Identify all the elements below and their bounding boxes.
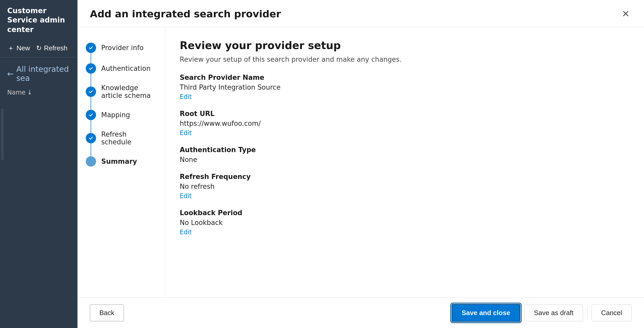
- modal-dialog: Add an integrated search provider ✕ Prov…: [77, 0, 644, 328]
- cancel-button[interactable]: Cancel: [592, 304, 632, 321]
- wizard-step-provider-info[interactable]: Provider info: [86, 37, 157, 58]
- save-close-button[interactable]: Save and close: [452, 304, 520, 322]
- refresh-button[interactable]: ↻ Refresh: [36, 44, 67, 52]
- field-label: Lookback Period: [180, 209, 630, 217]
- field-label: Search Provider Name: [180, 74, 630, 81]
- field-section-authentication-type: Authentication TypeNone: [180, 146, 630, 163]
- step-label: Provider info: [101, 44, 144, 52]
- name-column-header: Name ↓: [7, 89, 70, 96]
- field-edit-link[interactable]: Edit: [180, 229, 192, 236]
- field-edit-link[interactable]: Edit: [180, 129, 192, 137]
- new-label: New: [17, 44, 30, 52]
- field-section-refresh-frequency: Refresh FrequencyNo refreshEdit: [180, 173, 630, 200]
- step-circle: [86, 87, 96, 97]
- back-arrow-icon: ←: [7, 69, 14, 78]
- field-value: No refresh: [180, 183, 630, 190]
- wizard-step-authentication[interactable]: Authentication: [86, 58, 157, 79]
- field-label: Authentication Type: [180, 146, 630, 154]
- sidebar-content: ← All integrated sea Name ↓: [0, 57, 77, 103]
- step-circle: [86, 156, 96, 167]
- step-circle: [86, 43, 96, 53]
- field-section-search-provider-name: Search Provider NameThird Party Integrat…: [180, 74, 630, 100]
- back-label: All integrated sea: [16, 65, 70, 83]
- review-subtitle: Review your setup of this search provide…: [180, 56, 630, 63]
- step-label: Mapping: [101, 111, 130, 119]
- step-label: Summary: [101, 158, 137, 165]
- field-value: No Lookback: [180, 219, 630, 227]
- field-label: Refresh Frequency: [180, 173, 630, 181]
- back-nav[interactable]: ← All integrated sea: [7, 65, 70, 83]
- review-title: Review your provider setup: [180, 40, 630, 51]
- refresh-label: Refresh: [44, 44, 67, 52]
- step-circle: [86, 63, 96, 74]
- field-value: Third Party Integration Source: [180, 83, 630, 91]
- wizard-step-summary[interactable]: Summary: [86, 151, 157, 172]
- field-section-lookback-period: Lookback PeriodNo LookbackEdit: [180, 209, 630, 236]
- field-value: None: [180, 156, 630, 163]
- wizard-step-refresh-schedule[interactable]: Refresh schedule: [86, 125, 157, 151]
- app-title: Customer Service admin center: [0, 0, 77, 41]
- footer-divider: [587, 308, 587, 318]
- step-label: Refresh schedule: [101, 130, 157, 146]
- close-button[interactable]: ✕: [620, 7, 632, 21]
- refresh-icon: ↻: [36, 44, 42, 52]
- modal-body: Provider infoAuthenticationKnowledge art…: [77, 27, 644, 298]
- sidebar-scrollbar[interactable]: [1, 108, 4, 160]
- field-value: https://www.wufoo.com/: [180, 120, 630, 127]
- field-edit-link[interactable]: Edit: [180, 192, 192, 200]
- step-label: Authentication: [101, 65, 151, 72]
- modal-footer: Back Save and close Save as draft Cancel: [77, 298, 644, 328]
- step-circle: [86, 110, 96, 120]
- step-label: Knowledge article schema: [101, 84, 157, 99]
- close-icon: ✕: [622, 9, 630, 19]
- modal-header: Add an integrated search provider ✕: [77, 0, 644, 27]
- sidebar: Customer Service admin center ＋ New ↻ Re…: [0, 0, 77, 328]
- step-circle: [86, 133, 96, 143]
- wizard-step-mapping[interactable]: Mapping: [86, 105, 157, 125]
- fields-container: Search Provider NameThird Party Integrat…: [180, 74, 630, 236]
- sort-icon: ↓: [27, 89, 32, 96]
- field-label: Root URL: [180, 110, 630, 118]
- wizard-step-knowledge-article-schema[interactable]: Knowledge article schema: [86, 79, 157, 105]
- review-content: Review your provider setup Review your s…: [165, 27, 644, 298]
- save-draft-button[interactable]: Save as draft: [524, 304, 583, 321]
- sidebar-toolbar: ＋ New ↻ Refresh: [0, 41, 77, 57]
- modal-title: Add an integrated search provider: [90, 8, 281, 20]
- name-label: Name: [7, 89, 26, 96]
- field-edit-link[interactable]: Edit: [180, 93, 192, 100]
- back-button[interactable]: Back: [90, 304, 124, 321]
- plus-icon: ＋: [7, 43, 14, 53]
- field-section-root-url: Root URLhttps://www.wufoo.com/Edit: [180, 110, 630, 137]
- new-button[interactable]: ＋ New: [7, 43, 30, 53]
- wizard-steps: Provider infoAuthenticationKnowledge art…: [77, 27, 165, 298]
